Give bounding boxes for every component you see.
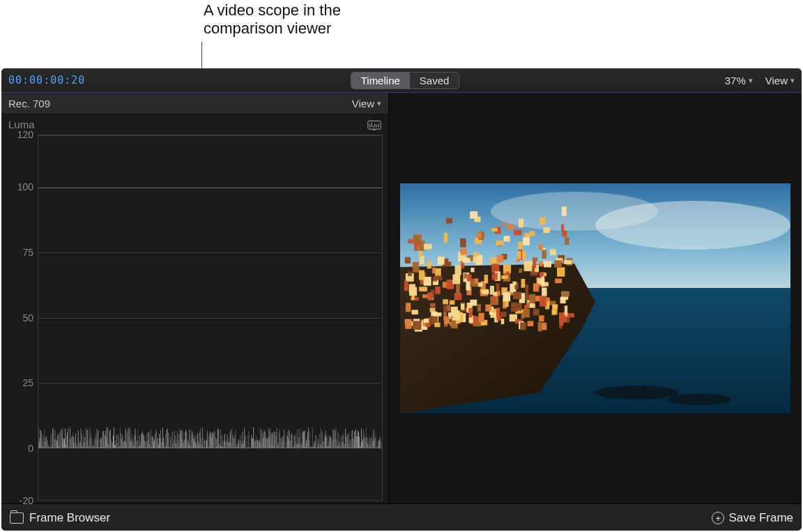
svg-rect-1101 [530,303,535,307]
svg-rect-1189 [521,279,526,288]
svg-rect-1130 [560,320,564,326]
svg-rect-1017 [527,321,533,326]
view-dropdown[interactable]: View ▾ [765,75,795,86]
luma-waveform-scope[interactable] [38,135,383,501]
svg-rect-1245 [492,273,498,280]
scope-ytick: 75 [6,247,33,258]
svg-rect-1202 [438,257,445,264]
svg-rect-1212 [539,244,543,250]
svg-point-993 [491,192,658,231]
view-label: View [765,75,788,86]
seg-saved-button[interactable]: Saved [410,73,459,89]
svg-rect-1248 [496,241,503,245]
svg-rect-1194 [419,287,427,291]
svg-rect-1071 [460,238,466,247]
svg-rect-1168 [565,305,567,315]
svg-point-1255 [595,386,679,400]
svg-rect-1057 [491,227,497,231]
svg-rect-1235 [408,271,412,276]
svg-rect-1078 [430,303,436,306]
scope-view-dropdown[interactable]: View ▾ [352,98,381,109]
svg-rect-1132 [408,238,414,243]
svg-rect-1091 [557,267,565,276]
frame-browser-button[interactable]: Frame Browser [29,511,110,525]
svg-rect-1204 [461,303,464,309]
svg-rect-1187 [424,277,431,286]
svg-rect-1229 [419,270,425,280]
scope-gridline [38,135,382,136]
timecode-display: 00:00:00:20 [8,74,85,86]
svg-rect-1166 [405,257,411,263]
svg-rect-1243 [540,296,546,306]
svg-rect-1151 [544,261,551,267]
svg-rect-1237 [497,316,502,320]
scope-gridline [38,252,382,253]
svg-rect-1053 [496,283,500,291]
svg-rect-1158 [562,230,567,236]
svg-rect-1220 [434,322,440,327]
seg-timeline-button[interactable]: Timeline [351,73,410,89]
save-frame-button[interactable]: + Save Frame [712,511,793,525]
svg-rect-1150 [523,309,530,317]
svg-rect-1174 [428,292,433,300]
zoom-value: 37% [725,75,746,86]
preview-viewer[interactable] [389,93,802,503]
svg-rect-1038 [420,255,425,264]
scope-ytick: 120 [6,129,33,140]
svg-rect-1136 [491,264,499,273]
svg-rect-1137 [542,287,546,296]
preview-frame [400,183,790,413]
svg-rect-1042 [430,307,436,312]
svg-rect-1198 [492,296,496,302]
svg-rect-1131 [544,227,550,233]
svg-rect-1085 [544,273,546,276]
svg-rect-1183 [413,261,419,272]
svg-rect-1249 [473,252,478,255]
zoom-dropdown[interactable]: 37% ▾ [725,75,753,86]
svg-rect-1231 [496,307,500,317]
svg-rect-1163 [478,312,484,321]
svg-rect-1238 [464,273,467,278]
svg-rect-1088 [542,250,546,259]
svg-rect-1185 [452,274,460,284]
svg-rect-1007 [503,222,506,226]
svg-rect-1232 [450,300,455,304]
svg-rect-1197 [561,224,564,231]
viewer-bottom-bar: Frame Browser + Save Frame [1,503,802,531]
svg-rect-1230 [468,307,472,317]
svg-rect-1164 [539,315,544,321]
svg-rect-1252 [519,218,524,227]
svg-rect-1013 [477,304,481,312]
svg-rect-1226 [533,308,540,315]
svg-rect-1100 [540,216,546,224]
svg-rect-1244 [565,237,569,245]
svg-rect-1141 [467,274,471,282]
svg-rect-1149 [552,304,558,308]
svg-rect-1005 [427,261,431,268]
svg-rect-1147 [512,281,516,284]
svg-rect-1104 [411,310,418,314]
chevron-down-icon: ▾ [749,76,753,85]
svg-rect-1124 [485,304,491,311]
callout-text: A video scope in the comparison viewer [204,1,341,38]
scope-ytick: 100 [6,181,33,192]
scope-ytick: 25 [6,377,33,388]
svg-rect-1047 [526,284,528,294]
svg-rect-1199 [560,296,566,303]
svg-rect-1254 [562,291,569,296]
svg-rect-1066 [470,299,477,305]
svg-rect-1087 [444,233,448,243]
scope-settings-icon[interactable] [367,119,381,130]
svg-rect-1033 [514,229,522,235]
svg-rect-1049 [443,299,448,304]
svg-rect-1081 [567,313,574,317]
svg-rect-1205 [501,275,508,279]
svg-rect-1093 [550,249,556,254]
svg-rect-1184 [520,322,526,330]
svg-rect-1223 [424,319,429,323]
comparison-source-segmented: Timeline Saved [351,72,460,89]
svg-rect-1200 [500,311,506,317]
viewer-top-bar: 00:00:00:20 Timeline Saved 37% ▾ View ▾ [1,68,802,93]
callout-line1: A video scope in the [204,1,341,20]
chevron-down-icon: ▾ [377,99,381,108]
